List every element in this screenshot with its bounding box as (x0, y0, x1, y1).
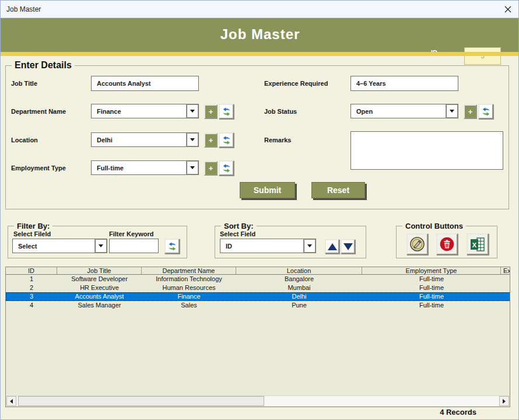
remarks-label: Remarks (264, 136, 291, 144)
job-status-value: Open (351, 108, 446, 115)
sort-field-combobox[interactable]: ID (220, 239, 316, 253)
filter-field-combobox[interactable]: Select (12, 239, 107, 253)
job-status-dropdown-button[interactable] (446, 105, 457, 117)
sync-icon (222, 163, 232, 173)
cell-department: Sales (142, 301, 236, 310)
sort-field-value: ID (220, 243, 303, 250)
table-row[interactable]: 2 HR Executive Human Resources Mumbai Fu… (6, 284, 510, 292)
cell-experience (501, 301, 510, 310)
chevron-down-icon (190, 138, 195, 141)
cell-id: 4 (6, 301, 57, 310)
cell-employment: Full-time (362, 275, 501, 284)
cell-id: 3 (6, 292, 57, 301)
experience-label: Experience Required (264, 80, 328, 87)
scroll-right-button[interactable] (499, 396, 509, 406)
filter-field-label: Select Fileld (13, 230, 51, 237)
arrow-right-icon (503, 399, 506, 404)
add-department-button[interactable]: + (204, 104, 218, 119)
column-header-employment[interactable]: Employment Type (362, 267, 501, 274)
cell-job-title: HR Executive (57, 284, 142, 292)
cell-experience (501, 284, 510, 292)
submit-button[interactable]: Submit (240, 182, 295, 198)
sort-legend: Sort By: (221, 222, 257, 230)
cell-location: Pune (236, 301, 362, 310)
add-employment-type-button[interactable]: + (204, 161, 218, 176)
cell-experience (501, 292, 510, 301)
sync-icon (222, 135, 232, 145)
enter-details-legend: Enter Details (12, 60, 75, 71)
job-master-window: Job Master Job Master ID 3 Enter Details… (0, 0, 519, 420)
refresh-job-status-button[interactable] (478, 104, 493, 119)
cell-experience (501, 275, 510, 284)
job-title-input[interactable] (91, 76, 199, 91)
column-header-id[interactable]: ID (6, 267, 57, 274)
triangle-up-icon (328, 243, 337, 250)
cell-employment: Full-time (362, 292, 501, 301)
window-titlebar: Job Master (1, 1, 519, 18)
location-combobox[interactable]: Delhi (91, 132, 199, 147)
filter-legend: Filter By: (14, 222, 52, 230)
refresh-department-button[interactable] (219, 104, 234, 119)
scrollbar-thumb[interactable] (18, 396, 264, 406)
sync-icon (167, 242, 177, 251)
job-title-label: Job Title (11, 80, 37, 87)
location-dropdown-button[interactable] (187, 134, 198, 146)
table-row-selected[interactable]: 3 Accounts Analyst Finance Delhi Full-ti… (6, 292, 510, 301)
record-count: 4 Records (440, 408, 476, 416)
department-dropdown-button[interactable] (187, 105, 198, 117)
window-title: Job Master (1, 5, 41, 13)
control-buttons-legend: Control Buttons (402, 222, 466, 230)
excel-icon: X (469, 236, 486, 253)
chevron-down-icon (307, 244, 312, 247)
table-row[interactable]: 4 Sales Manager Sales Pune Full-time (6, 301, 510, 310)
sort-descending-button[interactable] (341, 239, 355, 254)
add-job-status-button[interactable]: + (464, 104, 477, 119)
table-row[interactable]: 1 Software Developer Information Technol… (6, 275, 510, 284)
department-value: Finance (92, 108, 186, 115)
cell-location: Bangalore (236, 275, 362, 284)
location-value: Delhi (92, 136, 186, 144)
job-status-combobox[interactable]: Open (350, 104, 458, 118)
employment-type-label: Employment Type (11, 164, 66, 172)
horizontal-scrollbar[interactable] (6, 396, 509, 406)
reset-button[interactable]: Reset (311, 182, 365, 198)
job-status-label: Job Status (264, 108, 297, 115)
remarks-textarea[interactable] (350, 131, 503, 170)
export-excel-button[interactable]: X (467, 233, 489, 255)
cell-employment: Full-time (362, 284, 501, 292)
close-button[interactable] (501, 3, 515, 16)
chevron-down-icon (99, 244, 103, 247)
arrow-left-icon (10, 399, 13, 404)
cell-department: Finance (142, 292, 236, 301)
scroll-left-button[interactable] (6, 396, 16, 406)
column-header-job-title[interactable]: Job Title (57, 267, 142, 274)
sort-field-dropdown-button[interactable] (304, 240, 315, 252)
refresh-employment-type-button[interactable] (219, 160, 234, 176)
filter-keyword-label: Filter Keyword (109, 230, 153, 237)
filter-field-dropdown-button[interactable] (95, 240, 106, 252)
sort-field-label: Select Field (220, 230, 255, 237)
trash-icon (439, 236, 455, 252)
department-label: Department Name (11, 108, 66, 115)
employment-dropdown-button[interactable] (187, 162, 198, 174)
delete-record-button[interactable] (436, 233, 458, 255)
edit-record-button[interactable] (406, 233, 428, 255)
employment-type-combobox[interactable]: Full-time (91, 160, 199, 175)
cell-id: 1 (6, 275, 57, 284)
sync-icon (222, 107, 232, 117)
edit-icon (409, 236, 425, 252)
chevron-down-icon (190, 110, 195, 113)
refresh-location-button[interactable] (219, 132, 234, 148)
department-combobox[interactable]: Finance (91, 104, 199, 118)
sort-ascending-button[interactable] (325, 239, 339, 254)
filter-keyword-input[interactable] (109, 239, 159, 253)
location-label: Location (11, 136, 38, 144)
column-header-experience[interactable]: Exp (501, 267, 510, 274)
cell-employment: Full-time (362, 301, 501, 310)
records-list[interactable]: ID Job Title Department Name Location Em… (5, 267, 510, 407)
apply-filter-button[interactable] (164, 239, 180, 254)
experience-input[interactable] (350, 76, 458, 91)
add-location-button[interactable]: + (204, 133, 218, 148)
column-header-department[interactable]: Department Name (142, 267, 236, 274)
column-header-location[interactable]: Location (236, 267, 362, 274)
